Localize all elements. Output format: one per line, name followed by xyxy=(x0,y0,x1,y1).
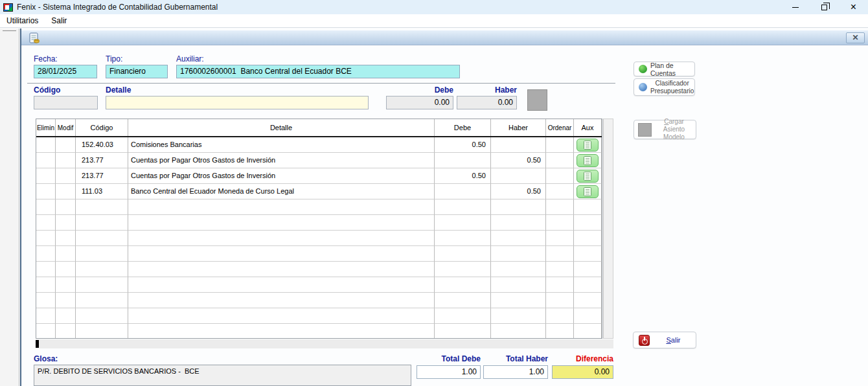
aux-button[interactable] xyxy=(577,154,599,167)
table-cell xyxy=(56,168,76,184)
aux-button[interactable] xyxy=(577,139,599,152)
gray-chip-icon xyxy=(638,123,652,137)
table-cell xyxy=(128,308,435,324)
table-row[interactable]: 213.77Cuentas por Pagar Otros Gastos de … xyxy=(36,168,602,184)
power-icon xyxy=(639,335,650,346)
table-cell xyxy=(546,153,574,168)
table-cell xyxy=(76,246,128,262)
table-row xyxy=(36,277,602,293)
detalle-input[interactable] xyxy=(106,96,369,109)
table-cell xyxy=(56,231,76,246)
minimize-icon xyxy=(792,7,799,8)
separator-line xyxy=(27,83,615,84)
table-cell xyxy=(491,246,546,262)
fecha-input[interactable]: 28/01/2025 xyxy=(34,65,97,78)
close-button[interactable]: × xyxy=(839,0,868,14)
close-icon: × xyxy=(851,2,856,12)
table-cell xyxy=(128,277,435,293)
menu-salir[interactable]: Salir xyxy=(45,14,73,28)
left-panel xyxy=(0,28,19,386)
tipo-input[interactable]: Financiero xyxy=(106,65,168,78)
table-cell xyxy=(546,231,574,246)
table-cell xyxy=(574,199,602,215)
table-cell xyxy=(574,246,602,262)
vertical-scrollbar[interactable] xyxy=(603,119,613,339)
table-cell xyxy=(76,231,128,246)
table-row[interactable]: 111.03Banco Central del Ecuador Moneda d… xyxy=(36,184,602,199)
table-cell: 111.03 xyxy=(76,184,128,199)
table-row[interactable]: 152.40.03Comisiones Bancarias0.50 xyxy=(36,137,602,153)
table-header-row: EliminModifCódigoDetalleDebeHaberOrdenar… xyxy=(36,119,602,137)
table-cell xyxy=(574,215,602,231)
tipo-label: Tipo: xyxy=(106,54,122,63)
aux-button[interactable] xyxy=(577,170,599,183)
gray-action-button[interactable] xyxy=(527,89,547,111)
table-cell xyxy=(36,137,56,153)
table-cell xyxy=(36,324,56,339)
menu-utilitarios[interactable]: Utilitarios xyxy=(0,14,45,28)
debe-input[interactable]: 0.00 xyxy=(386,96,453,109)
scrollbar-thumb[interactable] xyxy=(36,340,39,348)
table-cell xyxy=(546,215,574,231)
table-cell xyxy=(56,153,76,168)
horizontal-scrollbar[interactable] xyxy=(36,339,613,348)
table-cell xyxy=(128,199,435,215)
table-header-cell: Código xyxy=(76,119,128,136)
table-cell xyxy=(36,199,56,215)
title-bar: Fenix - Sistema Integrado de Contabilida… xyxy=(0,0,868,14)
table-cell xyxy=(435,246,491,262)
child-close-button[interactable]: ✕ xyxy=(846,32,865,43)
table-cell xyxy=(574,153,602,168)
auxiliar-label: Auxiliar: xyxy=(176,54,204,63)
minimize-button[interactable] xyxy=(781,0,810,14)
cargar-asiento-modelo-button[interactable]: Cargar Asiento Modelo xyxy=(634,120,696,139)
table-cell xyxy=(435,153,491,168)
menu-bar: Utilitarios Salir xyxy=(0,14,868,28)
salir-button[interactable]: Salir xyxy=(633,332,696,348)
table-cell xyxy=(574,277,602,293)
table-cell xyxy=(36,308,56,324)
clasificador-label: Clasificador Presupuestario xyxy=(650,80,694,95)
table-cell xyxy=(435,277,491,293)
aux-button[interactable] xyxy=(577,185,599,198)
table-cell xyxy=(574,184,602,199)
restore-button[interactable] xyxy=(810,0,839,14)
table-cell xyxy=(546,262,574,277)
codigo-label: Código xyxy=(34,85,60,95)
table-cell xyxy=(546,277,574,293)
auxiliar-input[interactable]: 1760002600001 Banco Central del Ecuador … xyxy=(176,65,460,78)
total-haber-value: 1.00 xyxy=(483,365,548,379)
glosa-input[interactable]: P/R. DEBITO DE SERVICIOS BANCARIOS - BCE xyxy=(34,365,411,386)
table-cell xyxy=(56,246,76,262)
table-header-cell: Haber xyxy=(491,119,546,136)
plan-de-cuentas-button[interactable]: Plan de Cuentas xyxy=(634,62,695,76)
table-cell xyxy=(491,199,546,215)
table-cell xyxy=(435,293,491,308)
table-cell: Cuentas por Pagar Otros Gastos de Invers… xyxy=(128,168,435,184)
table-cell xyxy=(491,137,546,153)
table-cell xyxy=(36,277,56,293)
table-body: 152.40.03Comisiones Bancarias0.50213.77C… xyxy=(36,137,602,339)
clasificador-presupuestario-button[interactable]: Clasificador Presupuestario xyxy=(634,78,695,96)
codigo-input[interactable] xyxy=(34,96,98,109)
glosa-label: Glosa: xyxy=(34,354,58,363)
green-sphere-icon xyxy=(639,65,647,73)
table-row xyxy=(36,246,602,262)
table-row[interactable]: 213.77Cuentas por Pagar Otros Gastos de … xyxy=(36,153,602,168)
salir-label: Salir xyxy=(654,336,693,344)
table-cell xyxy=(36,262,56,277)
table-cell xyxy=(36,215,56,231)
table-cell xyxy=(546,308,574,324)
table-cell xyxy=(435,215,491,231)
table-header-cell: Elimin xyxy=(36,119,56,136)
table-cell xyxy=(56,215,76,231)
table-cell xyxy=(56,137,76,153)
haber-input[interactable]: 0.00 xyxy=(457,96,517,109)
diferencia-label: Diferencia xyxy=(552,354,613,363)
cargar-asiento-label: Cargar Asiento Modelo xyxy=(655,118,693,141)
table-cell xyxy=(546,246,574,262)
table-cell xyxy=(435,231,491,246)
table-cell xyxy=(56,184,76,199)
table-cell xyxy=(435,324,491,339)
splitter-handle[interactable] xyxy=(3,30,16,31)
